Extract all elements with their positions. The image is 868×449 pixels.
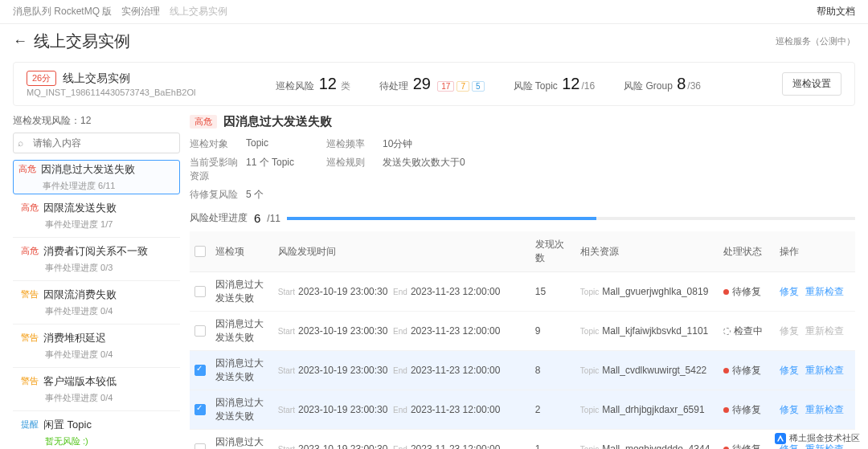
card-title: 因限流发送失败: [43, 201, 117, 215]
table-row: 因消息过大发送失败 Start2023-10-19 23:00:30 End20…: [190, 430, 855, 450]
table-row: 因消息过大发送失败 Start2023-10-19 23:00:30 End20…: [190, 351, 855, 390]
service-tag: 巡检服务（公测中）: [776, 35, 855, 47]
cell-resource: TopicMall_kjfaiwjkbsvkd_1101: [575, 312, 719, 351]
instance-id: MQ_INST_1986114430573743_BaEhB2Ol: [27, 88, 195, 97]
card-sub: 事件处理进度 1/7: [45, 218, 172, 231]
sidebar-item[interactable]: 警告因限流消费失败事件处理进度 0/4: [13, 281, 180, 325]
detail-panel: 高危 因消息过大发送失败 巡检对象Topic巡检频率10分钟 当前受影响资源11…: [190, 114, 855, 449]
level-badge: 高危: [18, 162, 36, 175]
cell-time: Start2023-10-19 23:00:30 End2023-11-23 1…: [273, 430, 530, 450]
cell-actions: 修复重新检查: [775, 272, 855, 312]
juejin-logo-icon: [775, 433, 786, 444]
row-checkbox[interactable]: [194, 325, 206, 337]
risk-table: 巡检项风险发现时间 发现次数相关资源 处理状态操作 因消息过大发送失败 Star…: [190, 231, 855, 449]
detail-meta: 巡检对象Topic巡检频率10分钟 当前受影响资源11 个 Topic巡检规则发…: [190, 137, 855, 202]
page-title: 线上交易实例: [34, 31, 130, 52]
cell-actions: 修复重新检查: [775, 390, 855, 430]
crumb-a[interactable]: 消息队列 RocketMQ 版: [13, 5, 112, 18]
row-checkbox[interactable]: [194, 286, 206, 297]
cell-status: 检查中: [719, 312, 775, 351]
progress-bar: [287, 217, 855, 220]
level-badge: 高危: [21, 244, 39, 257]
row-checkbox[interactable]: [194, 365, 206, 376]
card-sub: 事件处理进度 0/4: [45, 392, 172, 404]
action-fix[interactable]: 修复: [780, 404, 799, 415]
no-risk-text: 暂无风险 :): [45, 435, 172, 447]
stats: 巡检风险 12 类 待处理 29 1775 风险 Topic 12/16 风险 …: [276, 75, 701, 93]
search-icon: ⌕: [18, 137, 23, 149]
sidebar-item[interactable]: 警告客户端版本较低事件处理进度 0/4: [13, 368, 180, 411]
card-sub: 事件处理进度 0/3: [45, 262, 172, 274]
back-arrow-icon[interactable]: ←: [13, 33, 27, 50]
cell-resource: TopicMall_meghjvgddde_4344: [575, 430, 719, 450]
score-badge: 26分: [27, 71, 56, 86]
card-sub: 事件处理进度 0/4: [45, 349, 172, 361]
cell-count: 1: [530, 430, 575, 450]
search-input[interactable]: [13, 133, 180, 153]
cell-count: 15: [530, 272, 575, 312]
watermark: 稀土掘金技术社区: [775, 432, 860, 444]
sidebar-item[interactable]: 警告消费堆积延迟事件处理进度 0/4: [13, 325, 180, 368]
sidebar-item[interactable]: 提醒闲置 Topic暂无风险 :): [13, 411, 180, 449]
card-title: 客户端版本较低: [43, 374, 117, 389]
stat-risk: 巡检风险 12 类: [276, 75, 350, 93]
card-title: 闲置 Topic: [43, 418, 92, 432]
stat-pending: 待处理 29 1775: [379, 75, 484, 93]
cell-status: 待修复: [719, 272, 775, 312]
instance-summary: 26分 线上交易实例 MQ_INST_1986114430573743_BaEh…: [13, 62, 855, 106]
action-fix[interactable]: 修复: [780, 365, 799, 376]
help-link[interactable]: 帮助文档: [817, 5, 855, 18]
sidebar: 巡检发现风险：12 ⌕ 高危因消息过大发送失败事件处理进度 6/11高危因限流发…: [13, 114, 180, 449]
stat-group: 风险 Group 8/36: [624, 75, 701, 93]
cell-time: Start2023-10-19 23:00:30 End2023-11-23 1…: [273, 390, 530, 430]
level-badge: 警告: [21, 331, 39, 344]
sidebar-item[interactable]: 高危因限流发送失败事件处理进度 1/7: [13, 194, 180, 238]
cell-time: Start2023-10-19 23:00:30 End2023-11-23 1…: [273, 312, 530, 351]
cell-resource: TopicMall_gvuerjwghlka_0819: [575, 272, 719, 312]
sidebar-caption: 巡检发现风险：12: [13, 114, 180, 128]
level-badge: 提醒: [21, 418, 39, 431]
card-title: 因限流消费失败: [43, 288, 117, 302]
card-title: 因消息过大发送失败: [41, 162, 135, 177]
cell-resource: TopicMall_drhjbgjkdaxr_6591: [575, 390, 719, 430]
cell-item: 因消息过大发送失败: [211, 430, 273, 450]
table-row: 因消息过大发送失败 Start2023-10-19 23:00:30 End20…: [190, 390, 855, 430]
instance-block: 26分 线上交易实例 MQ_INST_1986114430573743_BaEh…: [27, 71, 195, 97]
table-row: 因消息过大发送失败 Start2023-10-19 23:00:30 End20…: [190, 312, 855, 351]
cell-count: 9: [530, 312, 575, 351]
crumb-c: 线上交易实例: [170, 5, 227, 18]
action-fix[interactable]: 修复: [780, 286, 799, 297]
checkbox-all[interactable]: [194, 246, 206, 257]
cell-item: 因消息过大发送失败: [211, 272, 273, 312]
level-badge: 高危: [21, 201, 39, 214]
cell-item: 因消息过大发送失败: [211, 390, 273, 430]
action-recheck[interactable]: 重新检查: [805, 404, 844, 415]
cell-item: 因消息过大发送失败: [211, 312, 273, 351]
cell-actions: 修复重新检查: [775, 351, 855, 390]
row-checkbox[interactable]: [194, 404, 206, 415]
row-checkbox[interactable]: [194, 443, 206, 449]
card-sub: 事件处理进度 6/11: [43, 180, 174, 192]
cell-time: Start2023-10-19 23:00:30 End2023-11-23 1…: [273, 272, 530, 312]
action-recheck[interactable]: 重新检查: [805, 365, 844, 376]
detail-title: 因消息过大发送失败: [223, 114, 332, 129]
severity-badge: 高危: [190, 115, 217, 129]
action-recheck: 重新检查: [805, 325, 844, 337]
cell-status: 待修复: [719, 430, 775, 450]
settings-button[interactable]: 巡检设置: [782, 72, 841, 96]
cell-item: 因消息过大发送失败: [211, 351, 273, 390]
card-title: 消费者订阅关系不一致: [43, 244, 148, 259]
level-badge: 警告: [21, 374, 39, 387]
sidebar-item[interactable]: 高危因消息过大发送失败事件处理进度 6/11: [13, 160, 180, 194]
crumb-b[interactable]: 实例治理: [121, 5, 160, 18]
sidebar-item[interactable]: 高危消费者订阅关系不一致事件处理进度 0/3: [13, 238, 180, 281]
cell-actions: 修复重新检查: [775, 312, 855, 351]
progress-row: 风险处理进度 6/11: [190, 211, 855, 225]
action-recheck[interactable]: 重新检查: [805, 286, 844, 297]
table-row: 因消息过大发送失败 Start2023-10-19 23:00:30 End20…: [190, 272, 855, 312]
cell-resource: TopicMall_cvdlkwuwirgt_5422: [575, 351, 719, 390]
breadcrumb: 消息队列 RocketMQ 版 实例治理 线上交易实例 帮助文档: [0, 0, 868, 24]
card-title: 消费堆积延迟: [43, 331, 106, 345]
title-bar: ← 线上交易实例 巡检服务（公测中）: [0, 24, 868, 62]
level-badge: 警告: [21, 288, 39, 300]
